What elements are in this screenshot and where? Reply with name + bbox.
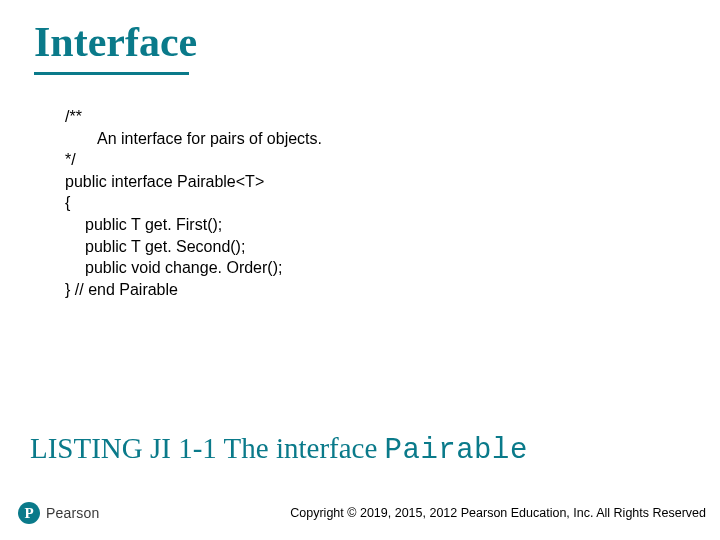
code-line: An interface for pairs of objects.: [65, 128, 322, 150]
copyright-text: Copyright © 2019, 2015, 2012 Pearson Edu…: [290, 506, 706, 520]
code-line: public T get. Second();: [65, 236, 322, 258]
title-underline: [34, 72, 189, 75]
logo-letter: P: [24, 506, 33, 521]
brand-name: Pearson: [46, 505, 100, 521]
footer: P Pearson Copyright © 2019, 2015, 2012 P…: [0, 492, 720, 540]
code-line: */: [65, 149, 322, 171]
slide: Interface /** An interface for pairs of …: [0, 0, 720, 540]
code-line: {: [65, 192, 322, 214]
code-line: public T get. First();: [65, 214, 322, 236]
code-block: /** An interface for pairs of objects. *…: [65, 106, 322, 300]
code-line: public void change. Order();: [65, 257, 322, 279]
listing-caption: LISTING JI 1-1 The interface Pairable: [30, 432, 528, 467]
brand-logo: P Pearson: [18, 502, 100, 524]
code-line: /**: [65, 106, 322, 128]
listing-prefix: LISTING JI 1-1 The interface: [30, 432, 385, 464]
listing-classname: Pairable: [385, 434, 528, 467]
code-line: public interface Pairable<T>: [65, 171, 322, 193]
code-line: } // end Pairable: [65, 279, 322, 301]
logo-mark-icon: P: [18, 502, 40, 524]
slide-title: Interface: [34, 18, 197, 66]
